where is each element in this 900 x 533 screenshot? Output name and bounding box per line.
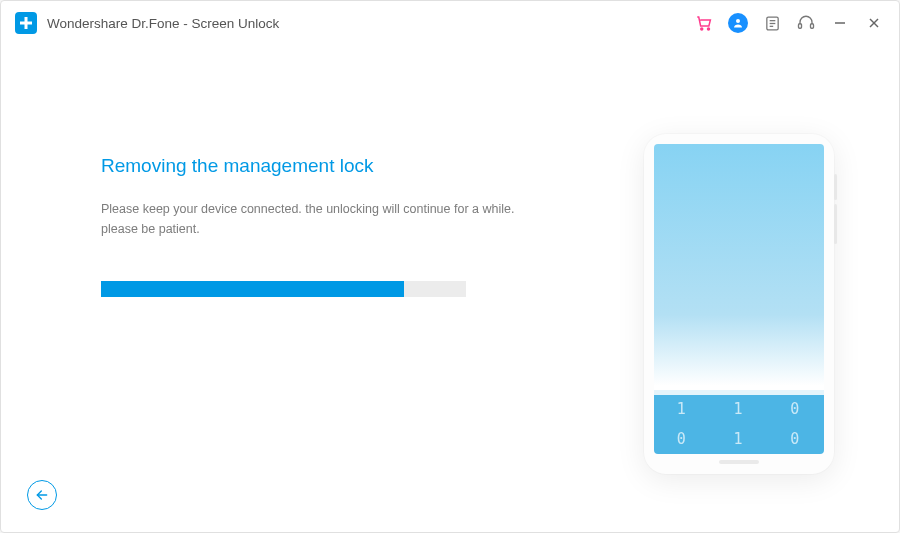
subtext-line-1: Please keep your device connected. the u… <box>101 202 514 216</box>
status-pane: Removing the management lock Please keep… <box>101 95 619 502</box>
app-title: Wondershare Dr.Fone - Screen Unlock <box>47 16 279 31</box>
svg-point-4 <box>736 19 740 23</box>
cart-icon[interactable] <box>693 12 715 34</box>
keypad-digit: 0 <box>677 430 688 448</box>
minimize-button[interactable] <box>829 12 851 34</box>
phone-keypad: 1 1 0 0 1 0 <box>654 390 824 454</box>
titlebar-left: Wondershare Dr.Fone - Screen Unlock <box>15 12 279 34</box>
status-heading: Removing the management lock <box>101 155 619 177</box>
illustration-pane: 1 1 0 0 1 0 <box>619 95 869 502</box>
phone-screen: 1 1 0 0 1 0 <box>654 144 824 454</box>
phone-home-indicator <box>719 460 759 464</box>
phone-illustration: 1 1 0 0 1 0 <box>644 134 834 474</box>
status-subtext: Please keep your device connected. the u… <box>101 199 619 239</box>
subtext-line-2: please be patient. <box>101 222 200 236</box>
close-button[interactable] <box>863 12 885 34</box>
keypad-digit: 1 <box>677 400 688 418</box>
svg-rect-9 <box>799 24 802 29</box>
keypad-digit: 1 <box>733 430 744 448</box>
support-icon[interactable] <box>795 12 817 34</box>
progress-bar <box>101 281 466 297</box>
keypad-digit: 0 <box>790 400 801 418</box>
app-window: Wondershare Dr.Fone - Screen Unlock <box>0 0 900 533</box>
keypad-digit: 1 <box>733 400 744 418</box>
progress-fill <box>101 281 404 297</box>
feedback-icon[interactable] <box>761 12 783 34</box>
app-logo-icon <box>15 12 37 34</box>
titlebar-right <box>693 12 885 34</box>
svg-point-2 <box>701 28 703 30</box>
keypad-digit: 0 <box>790 430 801 448</box>
titlebar: Wondershare Dr.Fone - Screen Unlock <box>1 1 899 45</box>
content-area: Removing the management lock Please keep… <box>1 45 899 532</box>
user-icon[interactable] <box>727 12 749 34</box>
svg-point-3 <box>708 28 710 30</box>
svg-rect-10 <box>811 24 814 29</box>
svg-rect-1 <box>20 22 32 25</box>
back-button[interactable] <box>27 480 57 510</box>
